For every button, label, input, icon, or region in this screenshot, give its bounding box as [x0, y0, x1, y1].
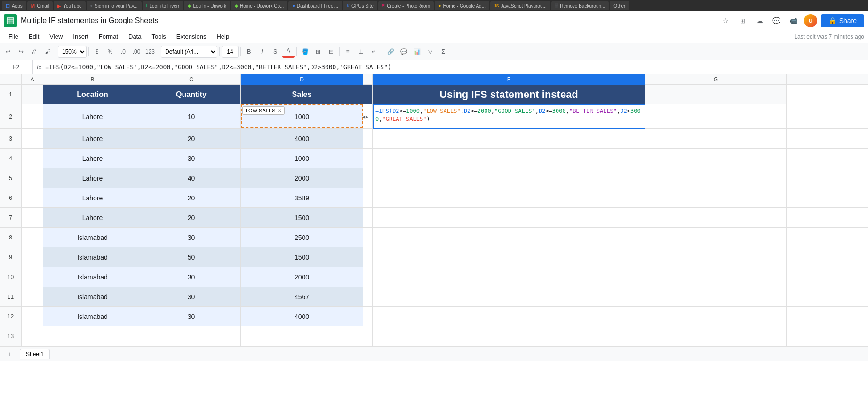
cell-g4[interactable] — [645, 149, 787, 168]
cell-a3[interactable] — [22, 129, 43, 148]
cell-f4[interactable] — [373, 149, 645, 168]
cell-b2[interactable]: Lahore — [43, 104, 142, 128]
cell-d4[interactable]: 1000 — [241, 149, 363, 168]
tab-apps[interactable]: ⊞ Apps — [2, 1, 26, 10]
undo-button[interactable]: ↩ — [2, 46, 14, 58]
cell-b3[interactable]: Lahore — [43, 129, 142, 148]
tab-upwork-login[interactable]: ◆ Log In - Upwork — [184, 1, 230, 10]
cell-g3[interactable] — [645, 129, 787, 148]
star-icon[interactable]: ☆ — [719, 14, 733, 27]
cell-d10[interactable]: 2000 — [241, 267, 363, 287]
tab-google-ads[interactable]: ● Home - Google Ad... — [435, 1, 489, 10]
cell-a12[interactable] — [22, 307, 43, 326]
fill-color-button[interactable]: 🪣 — [299, 46, 311, 58]
percent-button[interactable]: % — [104, 46, 116, 58]
function-button[interactable]: Σ — [437, 46, 449, 58]
cell-c5[interactable]: 40 — [142, 168, 241, 188]
cell-f9[interactable] — [373, 247, 645, 267]
cloud-icon[interactable]: ☁ — [753, 14, 766, 27]
menu-tools[interactable]: Tools — [147, 31, 170, 42]
menu-file[interactable]: File — [4, 31, 23, 42]
col-header-f[interactable]: F — [373, 74, 645, 85]
tab-gmail[interactable]: M Gmail — [27, 1, 53, 10]
cell-c13[interactable] — [142, 326, 241, 346]
cell-g10[interactable] — [645, 267, 787, 287]
col-header-e[interactable] — [363, 74, 373, 85]
cell-d13[interactable] — [241, 326, 363, 346]
menu-data[interactable]: Data — [124, 31, 146, 42]
cell-d5[interactable]: 2000 — [241, 168, 363, 188]
cell-c3[interactable]: 20 — [142, 129, 241, 148]
align-v-button[interactable]: ⊥ — [355, 46, 367, 58]
cell-f7[interactable] — [373, 208, 645, 227]
cell-a7[interactable] — [22, 208, 43, 227]
menu-insert[interactable]: Insert — [68, 31, 93, 42]
link-button[interactable]: 🔗 — [384, 46, 397, 58]
cell-g13[interactable] — [645, 326, 787, 346]
chart-button[interactable]: 📊 — [411, 46, 423, 58]
cell-b7[interactable]: Lahore — [43, 208, 142, 227]
cell-c11[interactable]: 30 — [142, 287, 241, 306]
strikethrough-button[interactable]: S — [269, 46, 281, 58]
cell-g2[interactable] — [645, 104, 787, 128]
cell-b9[interactable]: Islamabad — [43, 247, 142, 267]
col-header-a[interactable]: A — [22, 74, 43, 85]
share-button[interactable]: 🔒 Share — [821, 14, 864, 27]
cell-g11[interactable] — [645, 287, 787, 306]
menu-view[interactable]: View — [45, 31, 67, 42]
menu-format[interactable]: Format — [94, 31, 123, 42]
cell-a5[interactable] — [22, 168, 43, 188]
tab-fiverr[interactable]: f Login to Fiverr — [143, 1, 183, 10]
cell-f3[interactable] — [373, 129, 645, 148]
cell-d7[interactable]: 1500 — [241, 208, 363, 227]
cell-reference[interactable]: F2 — [0, 60, 33, 74]
cell-b4[interactable]: Lahore — [43, 149, 142, 168]
123-button[interactable]: 123 — [143, 46, 157, 58]
col-header-c[interactable]: C — [142, 74, 241, 85]
text-color-button[interactable]: A — [282, 46, 295, 58]
move-icon[interactable]: ⊞ — [736, 14, 749, 27]
sheet-tab-1[interactable]: Sheet1 — [20, 349, 50, 359]
font-size-input[interactable] — [222, 46, 239, 58]
cell-b6[interactable]: Lahore — [43, 188, 142, 207]
cell-g6[interactable] — [645, 188, 787, 207]
cell-d12[interactable]: 4000 — [241, 307, 363, 326]
col-header-b[interactable]: B — [43, 74, 142, 85]
cell-c4[interactable]: 30 — [142, 149, 241, 168]
print-button[interactable]: 🖨 — [28, 46, 40, 58]
currency-button[interactable]: £ — [91, 46, 103, 58]
cell-f8[interactable] — [373, 228, 645, 247]
cell-g7[interactable] — [645, 208, 787, 227]
font-select[interactable]: Default (Ari... Arial — [161, 46, 217, 58]
cell-d1[interactable]: Sales — [241, 85, 363, 104]
cell-c1[interactable]: Quantity — [142, 85, 241, 104]
cell-f1[interactable]: Using IFS statement instead — [373, 85, 645, 104]
decimal-inc-button[interactable]: .00 — [130, 46, 143, 58]
merge-button[interactable]: ⊟ — [325, 46, 337, 58]
cell-c12[interactable]: 30 — [142, 307, 241, 326]
tab-photoroom[interactable]: R Create - PhotoRoom — [378, 1, 434, 10]
cell-a10[interactable] — [22, 267, 43, 287]
cell-d8[interactable]: 2500 — [241, 228, 363, 247]
collapse-left-icon[interactable]: ◀ — [362, 114, 365, 119]
expand-right-icon[interactable]: ▶ — [366, 114, 368, 119]
borders-button[interactable]: ⊞ — [312, 46, 324, 58]
cell-f12[interactable] — [373, 307, 645, 326]
tab-youtube[interactable]: ▶ YouTube — [54, 1, 85, 10]
cell-b5[interactable]: Lahore — [43, 168, 142, 188]
badge-close-icon[interactable]: ✕ — [278, 108, 281, 113]
cell-a4[interactable] — [22, 149, 43, 168]
cell-c9[interactable]: 50 — [142, 247, 241, 267]
cell-a9[interactable] — [22, 247, 43, 267]
tab-dashboard[interactable]: ● Dashboard | Freel... — [288, 1, 342, 10]
cell-a11[interactable] — [22, 287, 43, 306]
cell-c2[interactable]: 10 — [142, 104, 241, 128]
col-header-g[interactable]: G — [645, 74, 787, 85]
cell-f11[interactable] — [373, 287, 645, 306]
cell-d9[interactable]: 1500 — [241, 247, 363, 267]
zoom-select[interactable]: 150% 100% 75% — [58, 46, 87, 58]
cell-f2[interactable]: =IFS(D2<=1000,"LOW SALES",D2<=2000,"GOOD… — [373, 104, 645, 129]
cell-c8[interactable]: 30 — [142, 228, 241, 247]
cell-a13[interactable] — [22, 326, 43, 346]
tab-other[interactable]: Other — [610, 1, 629, 10]
